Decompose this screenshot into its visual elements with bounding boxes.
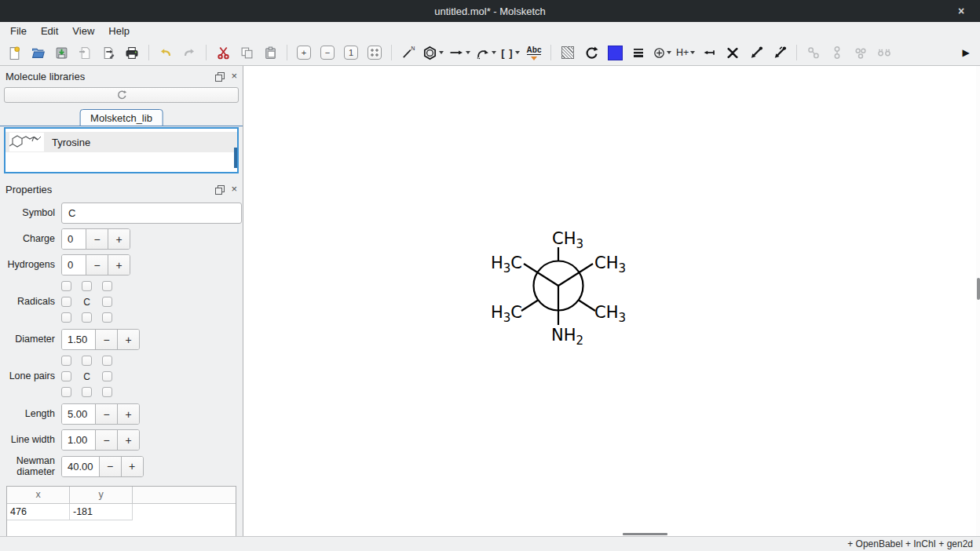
canvas-vertical-scrollbar[interactable] (976, 66, 980, 536)
newman-diameter-decrement-button[interactable]: − (99, 457, 121, 476)
length-increment-button[interactable]: + (117, 404, 139, 424)
bracket-tool-dropdown[interactable] (515, 51, 520, 54)
diameter-decrement-button[interactable]: − (95, 330, 117, 349)
reaction-arrow-tool[interactable] (448, 42, 470, 63)
zoom-in-button[interactable]: + (294, 42, 313, 63)
bond-back-lower-right[interactable] (579, 301, 595, 312)
length-value[interactable]: 5.00 (62, 404, 95, 424)
diameter-value[interactable]: 1.50 (62, 330, 95, 349)
rotate-tool[interactable] (582, 42, 601, 63)
align-tool-2[interactable] (828, 42, 847, 63)
menu-view[interactable]: View (65, 24, 101, 38)
close-panel-icon[interactable]: × (231, 72, 237, 80)
float-panel-icon[interactable] (215, 185, 223, 193)
open-file-button[interactable] (28, 42, 47, 63)
lone-pair-checkbox[interactable] (82, 387, 92, 397)
refresh-libraries-button[interactable] (4, 87, 239, 103)
line-width-button[interactable] (629, 42, 648, 63)
copy-button[interactable] (237, 42, 256, 63)
zoom-fit-button[interactable] (365, 42, 384, 63)
lone-pair-checkbox[interactable] (102, 356, 112, 366)
close-window-button[interactable]: × (952, 0, 971, 22)
charge-increment-button[interactable]: + (108, 229, 130, 249)
lone-pair-checkbox[interactable] (61, 387, 71, 397)
radical-checkbox[interactable] (82, 281, 92, 291)
mechanism-pull-tool[interactable] (770, 42, 789, 63)
ring-tool-dropdown[interactable] (439, 51, 444, 54)
lone-pair-checkbox[interactable] (102, 371, 112, 381)
mechanism-push-tool[interactable] (747, 42, 766, 63)
align-tool-4[interactable] (875, 42, 894, 63)
import-button[interactable] (75, 42, 94, 63)
newman-diameter-spinbox[interactable]: 40.00 − + (61, 456, 144, 477)
zoom-original-button[interactable]: 1 (342, 42, 360, 63)
save-button[interactable] (52, 42, 71, 63)
charge-tool[interactable] (653, 42, 671, 63)
undo-button[interactable] (156, 42, 175, 63)
lasso-selection-tool[interactable] (558, 42, 577, 63)
draw-bond-tool[interactable]: N (399, 42, 418, 63)
print-button[interactable] (122, 42, 141, 63)
length-spinbox[interactable]: 5.00 − + (61, 403, 140, 425)
coordinate-x-cell[interactable]: 476 (7, 504, 70, 520)
list-item-tyrosine[interactable]: Tyrosine (5, 132, 237, 152)
toolbar-overflow-button[interactable]: ▶ (956, 42, 975, 63)
mechanism-arrow-dropdown[interactable] (492, 51, 496, 54)
atom-label-upper-right[interactable]: CH3 (594, 254, 626, 276)
text-tool-dropdown[interactable] (531, 57, 537, 60)
redo-button[interactable] (180, 42, 199, 63)
newman-diameter-value[interactable]: 40.00 (62, 457, 99, 476)
float-panel-icon[interactable] (215, 72, 223, 80)
tab-molsketch-lib[interactable]: Molsketch_lib (79, 109, 163, 126)
diameter-spinbox[interactable]: 1.50 − + (61, 329, 140, 350)
text-tool[interactable]: Abc (525, 42, 543, 63)
lone-pair-checkbox[interactable] (102, 387, 112, 397)
drawing-canvas[interactable]: CH3 H3C CH3 H3C CH3 NH2 (243, 66, 980, 536)
symbol-input[interactable]: C (61, 203, 242, 224)
menu-edit[interactable]: Edit (34, 24, 65, 38)
radical-checkbox[interactable] (102, 297, 112, 307)
line-width-increment-button[interactable]: + (117, 430, 139, 450)
line-width-spinbox[interactable]: 1.00 − + (61, 429, 140, 451)
ring-tool[interactable] (422, 42, 444, 63)
radical-checkbox[interactable] (82, 312, 92, 323)
horizontal-scrollbar-thumb[interactable] (623, 533, 667, 535)
bracket-tool[interactable]: [ ] (501, 42, 520, 63)
atom-label-lower-left[interactable]: H3C (491, 303, 522, 325)
menu-help[interactable]: Help (101, 24, 137, 38)
close-panel-icon[interactable]: × (231, 185, 237, 193)
newman-projection-molecule[interactable]: CH3 H3C CH3 H3C CH3 NH2 (243, 66, 978, 535)
mechanism-arrow-tool[interactable] (475, 42, 496, 63)
connect-tool[interactable] (700, 42, 719, 63)
length-decrement-button[interactable]: − (95, 404, 117, 424)
hydrogens-increment-button[interactable]: + (108, 255, 130, 275)
charge-spinbox[interactable]: 0 − + (61, 228, 130, 250)
radical-checkbox[interactable] (102, 312, 112, 323)
radical-checkbox[interactable] (61, 281, 71, 291)
radical-checkbox[interactable] (102, 281, 112, 291)
lone-pair-checkbox[interactable] (61, 356, 71, 366)
new-document-button[interactable] (5, 42, 24, 63)
atom-label-lower-right[interactable]: CH3 (594, 303, 626, 325)
align-tool-3[interactable] (851, 42, 870, 63)
align-tool-1[interactable] (804, 42, 823, 63)
line-width-value[interactable]: 1.00 (62, 430, 95, 450)
lone-pair-checkbox[interactable] (61, 371, 71, 381)
atom-label-upper-left[interactable]: H3C (491, 254, 522, 276)
cut-button[interactable] (214, 42, 232, 63)
delete-tool[interactable] (723, 42, 742, 63)
line-width-decrement-button[interactable]: − (95, 430, 117, 450)
bond-back-lower-left[interactable] (521, 301, 538, 312)
coordinate-y-cell[interactable]: -181 (70, 504, 133, 520)
newman-diameter-increment-button[interactable]: + (121, 457, 143, 476)
charge-value[interactable]: 0 (62, 229, 86, 249)
hydrogens-value[interactable]: 0 (62, 255, 86, 275)
zoom-out-button[interactable]: − (318, 42, 337, 63)
library-list[interactable]: Tyrosine (4, 127, 239, 173)
radical-checkbox[interactable] (61, 312, 71, 323)
hydrogen-tool-dropdown[interactable] (690, 51, 695, 54)
paste-button[interactable] (261, 42, 280, 63)
charge-tool-dropdown[interactable] (667, 51, 671, 54)
menu-file[interactable]: File (3, 24, 34, 38)
charge-decrement-button[interactable]: − (86, 229, 108, 249)
